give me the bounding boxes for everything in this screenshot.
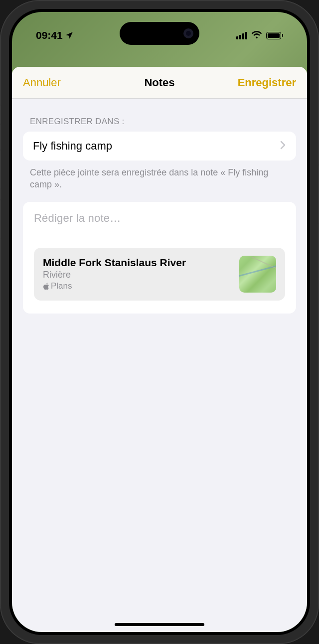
section-header: ENREGISTRER DANS :: [30, 117, 289, 127]
map-thumbnail: [239, 256, 276, 293]
attachment-app-label: Plans: [51, 281, 72, 291]
attachment-info: Middle Fork Stanislaus River Rivière Pla…: [43, 257, 231, 291]
status-time-group: 09:41: [36, 29, 74, 41]
page-title: Notes: [114, 76, 205, 89]
note-textarea[interactable]: Rédiger la note…: [34, 212, 285, 225]
status-time: 09:41: [36, 29, 63, 41]
note-editor-card: Rédiger la note… Middle Fork Stanislaus …: [23, 202, 296, 314]
navigation-bar: Annuler Notes Enregistrer: [12, 67, 307, 99]
battery-icon: [266, 32, 284, 39]
phone-frame: 09:41 Annu: [0, 0, 319, 644]
wifi-icon: [251, 30, 262, 40]
screen: 09:41 Annu: [12, 12, 307, 632]
section-footer: Cette pièce jointe sera enregistrée dans…: [30, 166, 289, 191]
location-icon: [65, 31, 74, 40]
status-indicators: [236, 30, 284, 40]
cellular-icon: [236, 32, 247, 39]
destination-row[interactable]: Fly fishing camp: [23, 132, 296, 161]
notes-share-sheet: Annuler Notes Enregistrer ENREGISTRER DA…: [12, 67, 307, 632]
attachment-app: Plans: [43, 281, 231, 291]
volume-down-button: [0, 199, 1, 239]
destination-label: Fly fishing camp: [33, 140, 112, 153]
save-button[interactable]: Enregistrer: [205, 76, 296, 89]
map-attachment[interactable]: Middle Fork Stanislaus River Rivière Pla…: [34, 248, 285, 301]
dynamic-island: [120, 22, 199, 45]
front-camera: [183, 28, 193, 38]
sheet-content: ENREGISTRER DANS : Fly fishing camp Cett…: [12, 99, 307, 632]
apple-icon: [43, 283, 49, 290]
chevron-right-icon: [280, 141, 286, 152]
volume-up-button: [0, 150, 1, 189]
cancel-button[interactable]: Annuler: [23, 76, 114, 89]
attachment-subtitle: Rivière: [43, 270, 231, 280]
attachment-title: Middle Fork Stanislaus River: [43, 257, 231, 269]
phone-bezel: 09:41 Annu: [9, 9, 310, 635]
home-indicator[interactable]: [115, 623, 204, 626]
silent-switch: [0, 105, 1, 125]
